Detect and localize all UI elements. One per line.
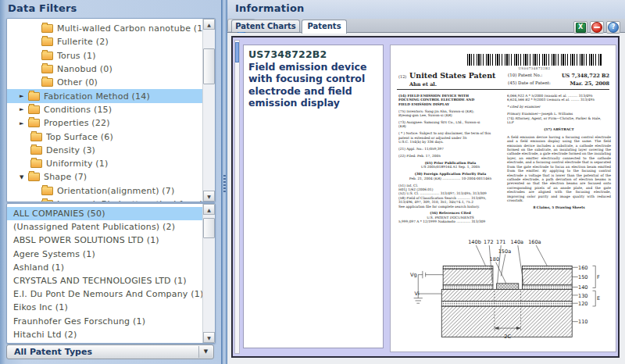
scan-left-column: (54) FIELD EMISSION DEVICE WITH FOCUSING… [398, 94, 502, 224]
figure-label: 160a [528, 239, 541, 245]
scan-text-line: A field emission device having a focusin… [507, 135, 611, 203]
company-list-item[interactable]: Agere Systems (1) [7, 248, 215, 261]
export-excel-button[interactable]: X [573, 21, 588, 34]
patent-list-scrollbar[interactable] [234, 40, 240, 354]
tree-item-label: Density (3) [46, 145, 95, 155]
company-list-item[interactable]: CRYSTALS AND TECHNOLOGIES LTD (1) [7, 274, 215, 287]
tree-scrollbar-thumb[interactable] [203, 48, 215, 84]
expand-arrow-icon[interactable]: ► [20, 120, 28, 127]
panel-splitter[interactable] [221, 0, 227, 364]
remove-button[interactable] [590, 21, 604, 34]
figure-label: 140 [578, 284, 588, 291]
help-button[interactable]: ? [606, 21, 620, 34]
tree-item[interactable]: Torus (1) [7, 49, 216, 62]
patent-viewer-box: US7348722B2 Field emission device with f… [231, 36, 620, 358]
expand-arrow-icon[interactable]: ► [20, 106, 28, 112]
tree-item-label: Langmuir-Blodgett method for alignment (… [57, 199, 216, 202]
folder-icon [41, 187, 53, 195]
tree-item-label: Conditions (15) [44, 105, 112, 115]
patent-list-scrollbar-thumb[interactable] [235, 42, 239, 62]
tree-item[interactable]: Other (0) [7, 76, 216, 89]
tree-item-label: Top Surface (6) [46, 132, 113, 142]
patent-list-item[interactable]: US7348722B2 Field emission device with f… [243, 45, 384, 348]
company-list-item[interactable]: Ashland (1) [7, 261, 215, 274]
tree-item-label: Uniformity (1) [46, 159, 108, 169]
tree-item[interactable]: ►Properties (22) [7, 116, 216, 130]
scan-authors: Ahn et al. [409, 81, 437, 87]
figure-label: 110 [578, 319, 588, 325]
folder-icon [28, 92, 40, 101]
tree-scrollbar[interactable]: ▲ ▼ [202, 19, 215, 202]
patent-type-value: All Patent Types [14, 345, 92, 359]
figure-label: F [597, 274, 600, 280]
figure-label: 130 [578, 293, 588, 299]
figure-label: 150 [578, 274, 588, 280]
expand-arrow-icon[interactable]: ► [20, 93, 28, 99]
company-list-item[interactable]: Eikos Inc (1) [7, 301, 215, 314]
company-list-panel: ALL COMPANIES (50)(Unassigned Patent Pub… [6, 203, 216, 344]
tree-item[interactable]: ►Conditions (15) [7, 103, 216, 116]
information-header: Information [227, 0, 625, 19]
folder-icon [41, 37, 53, 46]
tree-item-label: Other (0) [57, 77, 98, 87]
data-filters-panel: Data Filters Multi-walled Carbon nanotub… [0, 0, 221, 364]
app-window: Data Filters Multi-walled Carbon nanotub… [0, 0, 625, 364]
tab-patents[interactable]: Patents [302, 20, 347, 34]
company-list-item[interactable]: Fraunhofer Ges Forschung (1) [7, 315, 215, 328]
date-value: Mar. 25, 2008 [570, 80, 609, 87]
filter-tree-panel: Multi-walled Carbon nanotube (13)Fulleri… [6, 18, 216, 202]
folder-icon [30, 133, 42, 141]
patent-scan-preview[interactable]: US007348722B2 (12) United States Patent … [390, 45, 616, 352]
tree-item[interactable]: Fullerite (2) [7, 35, 216, 48]
folder-icon [28, 105, 40, 114]
figure-label: Vi [415, 291, 420, 297]
minus-circle-icon [591, 22, 602, 33]
tree-item[interactable]: Orientation(alignment) (7) [7, 184, 216, 198]
toolbar: X ? [573, 21, 620, 34]
company-list: ALL COMPANIES (50)(Unassigned Patent Pub… [7, 207, 202, 341]
tree-item[interactable]: Top Surface (6) [7, 130, 216, 143]
figure-label: 180 [490, 256, 500, 262]
tree-item-label: Fullerite (2) [57, 37, 109, 47]
scan-patent-meta: (10) Patent No.: US 7,348,722 B2 (45) Da… [508, 73, 609, 88]
tab-patent-charts[interactable]: Patent Charts [231, 20, 300, 32]
company-scrollbar[interactable]: ▲ ▼ [202, 204, 215, 343]
patent-type-dropdown[interactable]: All Patent Types ▼ [6, 344, 214, 359]
scroll-down-arrow-icon[interactable]: ▼ [203, 332, 215, 343]
company-list-item[interactable]: ALL COMPANIES (50) [7, 207, 215, 220]
company-list-item[interactable]: (Unassigned Patent Publications) (2) [7, 220, 215, 234]
filter-tree: Multi-walled Carbon nanotube (13)Fulleri… [7, 22, 202, 202]
folder-icon [41, 24, 53, 33]
company-list-item[interactable]: Hitachi Ltd (2) [7, 328, 215, 341]
tree-item[interactable]: ▼Shape (7) [7, 170, 216, 184]
tree-item[interactable]: Nanobud (0) [7, 62, 216, 76]
scroll-down-arrow-icon[interactable]: ▼ [203, 191, 215, 202]
collapse-arrow-icon[interactable]: ▼ [20, 174, 28, 180]
patent-number: US7348722B2 [248, 48, 378, 60]
figure-label: 160 [578, 265, 588, 271]
scan-right-column: 6,066,922 A * 5/2000 Iwasaki et al. ....… [507, 94, 611, 209]
company-scrollbar-thumb[interactable] [203, 218, 215, 238]
scan-text-line: 8 Claims, 5 Drawing Sheets [507, 205, 611, 209]
help-icon: ? [608, 22, 619, 33]
barcode-text: US007348722B2 [467, 66, 602, 70]
patent-no-value: US 7,348,722 B2 [562, 73, 609, 79]
tree-item[interactable]: ►Fabrication Method (14) [7, 89, 216, 102]
tree-item[interactable]: Density (3) [7, 144, 216, 157]
tree-item[interactable]: Uniformity (1) [7, 157, 216, 170]
tree-item[interactable]: Multi-walled Carbon nanotube (13) [7, 22, 216, 35]
patent-title: Field emission device with focusing cont… [248, 61, 378, 109]
scroll-up-arrow-icon[interactable]: ▲ [203, 19, 215, 30]
information-title: Information [235, 2, 304, 14]
figure-label: 120 [578, 301, 588, 307]
scan-text-line: 5,999,097 A * 12/1999 Nakamoto .........… [398, 219, 502, 223]
tree-item-label: Orientation(alignment) (7) [57, 186, 175, 196]
patent-figure: 140b172171140a160a150a180160150140130120… [397, 235, 611, 341]
chevron-down-icon[interactable]: ▼ [198, 346, 212, 358]
scroll-up-arrow-icon[interactable]: ▲ [203, 204, 215, 215]
company-list-item[interactable]: ABSL POWER SOLUTIONS LTD (1) [7, 234, 215, 247]
tree-item[interactable]: Langmuir-Blodgett method for alignment (… [7, 198, 216, 202]
divider [397, 89, 609, 90]
folder-icon [41, 200, 53, 202]
company-list-item[interactable]: E.I. Du Pont De Nemours And Company (1) [7, 287, 215, 301]
